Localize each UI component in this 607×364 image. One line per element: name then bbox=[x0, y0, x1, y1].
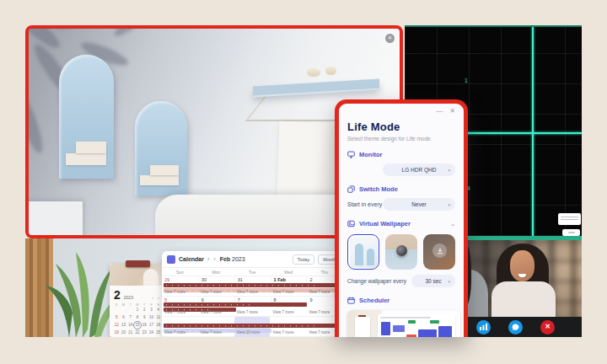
wallpaper-thumbnails bbox=[347, 234, 455, 270]
view-more-link[interactable]: View 7 more bbox=[234, 290, 271, 295]
wall-calendar-date: 19 bbox=[113, 330, 120, 335]
date-cell: 5 bbox=[162, 297, 198, 302]
wallpaper-thumb-arch-room[interactable] bbox=[347, 234, 379, 270]
wall-calendar-date bbox=[113, 308, 120, 313]
switch-mode-section: Switch Mode bbox=[347, 185, 455, 193]
panel-subtitle: Select theme design for Life mode. bbox=[347, 136, 455, 142]
grid-tooltip-button[interactable] bbox=[562, 229, 580, 236]
switch-mode-label: Switch Mode bbox=[359, 185, 398, 193]
monitor-icon bbox=[347, 151, 355, 158]
wall-calendar-date: 10 bbox=[148, 315, 154, 320]
view-more-link[interactable]: View 7 more bbox=[271, 310, 307, 315]
day-header: Tue bbox=[234, 270, 271, 275]
stats-button[interactable] bbox=[476, 320, 491, 335]
view-more-link[interactable]: View 7 more bbox=[198, 310, 234, 315]
wall-calendar-date: 15 bbox=[134, 323, 141, 328]
monitor-select[interactable]: LG HDR QHD▾ bbox=[383, 163, 455, 176]
date-cell: 1 Feb bbox=[271, 276, 307, 282]
wall-calendar-date: 3 bbox=[148, 308, 154, 313]
start-in-every-label: Start in every bbox=[347, 201, 382, 207]
wall-calendar-date: 23 bbox=[141, 330, 148, 335]
wall-calendar-date: 22 bbox=[134, 330, 141, 335]
wall-calendar-date bbox=[120, 308, 126, 313]
wall-calendar-year: 2023 bbox=[124, 295, 133, 300]
view-more-link[interactable]: View 7 more bbox=[162, 290, 198, 295]
view-more-link[interactable]: View 7 more bbox=[198, 290, 234, 295]
view-more-link[interactable]: View 7 more bbox=[271, 330, 307, 335]
event-bar bbox=[164, 302, 307, 307]
calendar-app-title: Calendar bbox=[179, 256, 204, 262]
wall-calendar-date bbox=[127, 308, 134, 313]
scheduler-section: Scheduler bbox=[347, 297, 455, 304]
calendar-month-year: Feb 2023 bbox=[220, 256, 245, 262]
view-more-link[interactable]: View 10 more bbox=[234, 330, 271, 335]
leaf-shadow bbox=[25, 25, 223, 189]
close-icon[interactable]: ✕ bbox=[385, 34, 395, 43]
shelf-object bbox=[307, 68, 320, 77]
scheduler-icon bbox=[347, 297, 355, 304]
view-more-link[interactable]: View 7 more bbox=[198, 330, 234, 335]
view-more-link[interactable]: View 7 more bbox=[271, 290, 307, 295]
wall-calendar-date: 5 bbox=[113, 315, 120, 320]
wall-calendar-nav: ‹ › bbox=[152, 295, 161, 300]
grid-tooltip bbox=[558, 213, 581, 225]
wall-calendar-date: 4 bbox=[155, 308, 162, 313]
date-cell: 8 bbox=[271, 297, 307, 302]
lg-marketing-composite: 2 2023 ‹ › SMTWTFS 123456789101112131415… bbox=[0, 0, 607, 364]
download-icon bbox=[432, 244, 447, 258]
day-header: Wed bbox=[271, 270, 307, 275]
chevron-down-icon[interactable]: ⌄ bbox=[450, 221, 455, 228]
day-header: Mon bbox=[198, 270, 234, 275]
scheduler-label: Scheduler bbox=[359, 297, 389, 304]
view-more-link[interactable]: View 7 more bbox=[162, 330, 198, 335]
day-header: Sun bbox=[162, 270, 198, 275]
switch-interval-select[interactable]: Never▾ bbox=[383, 198, 455, 211]
monitor-label: Monitor bbox=[359, 151, 383, 158]
date-cell: 6 bbox=[198, 297, 234, 302]
white-box bbox=[277, 121, 341, 201]
life-mode-panel: — ✕ Life Mode Select theme design for Li… bbox=[335, 99, 468, 337]
date-cell: 31 bbox=[234, 276, 271, 282]
participant-shirt bbox=[492, 281, 556, 317]
wall-calendar: 2 2023 ‹ › SMTWTFS 123456789101112131415… bbox=[110, 264, 165, 337]
white-pedestal bbox=[25, 201, 83, 238]
calendar-clip bbox=[126, 260, 150, 267]
grid-marker-1: 1 bbox=[465, 78, 468, 83]
view-more-link[interactable]: View 7 more bbox=[162, 310, 198, 315]
date-cell: 30 bbox=[198, 276, 234, 282]
calendar-app-icon bbox=[167, 255, 175, 264]
wall-calendar-date: 20 bbox=[120, 330, 126, 335]
wallpaper-thumb-object-scene[interactable] bbox=[385, 234, 417, 270]
calendar-prev-button[interactable]: ‹ bbox=[207, 256, 210, 262]
wall-calendar-date: 13 bbox=[120, 323, 126, 328]
scheduler-preview[interactable] bbox=[347, 310, 460, 337]
wall-calendar-date: 6 bbox=[120, 315, 126, 320]
video-call-window: ✕ bbox=[466, 238, 582, 337]
wallpaper-interval-select[interactable]: 30 sec▾ bbox=[411, 275, 455, 287]
calendar-next-button[interactable]: › bbox=[213, 256, 216, 262]
close-button[interactable]: ✕ bbox=[449, 108, 455, 115]
call-control-bar: ✕ bbox=[466, 317, 582, 337]
virtual-wallpaper-section: Virtual Wallpaper ⌄ bbox=[347, 220, 455, 228]
wallpaper-thumb-download[interactable] bbox=[423, 234, 455, 270]
chat-button[interactable] bbox=[508, 320, 523, 335]
end-call-button[interactable]: ✕ bbox=[540, 320, 555, 335]
wall-calendar-date: 21 bbox=[127, 330, 134, 335]
wall-calendar-date: 16 bbox=[141, 323, 148, 328]
view-more-link[interactable]: View 7 more bbox=[234, 310, 271, 315]
wall-calendar-date: 12 bbox=[113, 323, 120, 328]
monitor-section: Monitor bbox=[347, 151, 455, 158]
wall-calendar-date: 11 bbox=[155, 315, 162, 320]
wall-calendar-date: 25 bbox=[155, 330, 162, 335]
wall-calendar-date: 1 bbox=[134, 308, 141, 313]
panel-title: Life Mode bbox=[347, 120, 455, 133]
change-wallpaper-label: Change wallpaper every bbox=[347, 278, 406, 284]
virtual-wallpaper-icon bbox=[347, 220, 355, 228]
wall-calendar-month: 2 bbox=[114, 288, 121, 302]
wall-calendar-date: 17 bbox=[148, 323, 154, 328]
switch-mode-icon bbox=[347, 185, 355, 193]
shelf-object bbox=[325, 67, 336, 75]
today-button[interactable]: Today bbox=[293, 254, 315, 265]
minimize-button[interactable]: — bbox=[436, 108, 443, 115]
wall-calendar-day-letters: SMTWTFS bbox=[113, 302, 162, 307]
